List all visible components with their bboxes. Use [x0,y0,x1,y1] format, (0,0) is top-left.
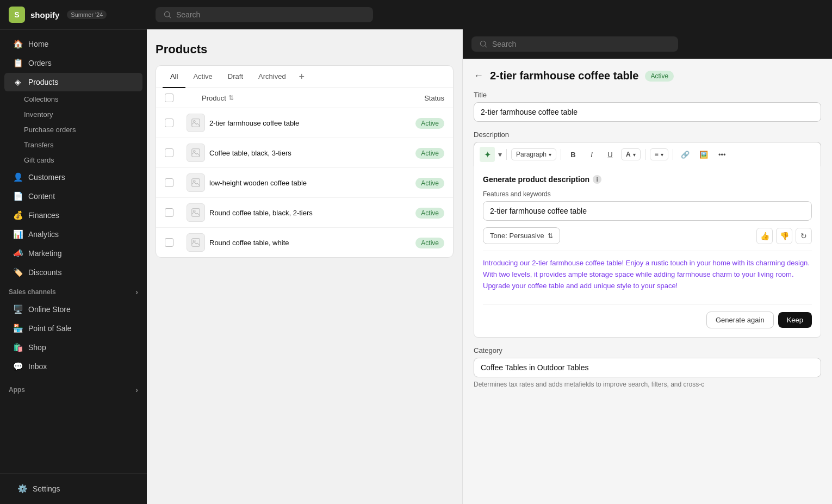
align-dropdown[interactable]: ≡ ▾ [650,148,668,160]
row-checkbox[interactable] [165,148,173,157]
sidebar: S shopify Summer '24 🏠 Home 📋 Orders ◈ P… [0,0,147,504]
row-checkbox[interactable] [165,238,173,247]
pos-icon: 🏪 [13,323,23,333]
detail-product-title: 2-tier farmhouse coffee table [490,70,638,82]
apps-header: Apps › [0,380,147,397]
tabs-bar: All Active Draft Archived + [156,66,453,88]
tab-all[interactable]: All [163,66,185,88]
sidebar-item-analytics[interactable]: 📊 Analytics [4,225,142,244]
row-checkbox[interactable] [165,208,173,217]
sidebar-item-label: Settings [33,484,60,493]
svg-rect-2 [192,119,200,127]
tone-dropdown[interactable]: Tone: Persuasive ⇅ [483,227,560,244]
sidebar-item-online-store[interactable]: 🖥️ Online Store [4,300,142,319]
font-color-dropdown[interactable]: A ▾ [621,148,641,160]
customers-icon: 👤 [13,172,23,182]
info-icon[interactable]: i [593,175,601,184]
search-box[interactable]: Search [156,7,373,22]
image-placeholder-icon [191,238,201,247]
link-button[interactable]: 🔗 [678,147,693,162]
sidebar-item-label: Analytics [28,230,59,239]
sidebar-item-settings[interactable]: ⚙️ Settings [9,480,138,498]
products-card: All Active Draft Archived + Product ⇅ St [156,65,454,258]
sidebar-item-purchase-orders[interactable]: Purchase orders [24,122,142,137]
sidebar-item-transfers[interactable]: Transfers [24,138,142,152]
bold-button[interactable]: B [566,147,581,162]
thumbs-down-button[interactable]: 👎 [776,228,792,244]
sidebar-item-label: Customers [28,173,65,182]
refresh-button[interactable]: ↻ [796,228,812,244]
tab-archived[interactable]: Archived [251,66,294,88]
toolbar-divider [673,149,673,160]
table-row[interactable]: Round coffee table, white Active [156,228,453,257]
product-name: low-height wooden coffee table [209,179,390,187]
analytics-icon: 📊 [13,229,23,239]
sidebar-item-label: Content [28,192,55,201]
generate-again-button[interactable]: Generate again [706,312,774,328]
ai-actions: Generate again Keep [483,304,812,328]
finances-icon: 💰 [13,210,23,220]
sidebar-item-home[interactable]: 🏠 Home [4,35,142,53]
sidebar-item-collections[interactable]: Collections [24,92,142,107]
paragraph-dropdown[interactable]: Paragraph ▾ [511,148,556,160]
category-input[interactable] [474,358,821,377]
category-field-group: Category Determines tax rates and adds m… [474,346,821,388]
detail-status-badge: Active [645,71,674,82]
discounts-icon: 🏷️ [13,267,23,277]
image-button[interactable]: 🖼️ [696,147,711,162]
detail-content: Title Description ✦ ▾ Paragraph ▾ [463,91,832,408]
more-button[interactable]: ••• [715,147,730,162]
sidebar-item-customers[interactable]: 👤 Customers [4,168,142,186]
sidebar-item-inventory[interactable]: Inventory [24,107,142,122]
sidebar-header: S shopify Summer '24 [0,0,147,30]
sidebar-item-inbox[interactable]: 💬 Inbox [4,357,142,376]
sidebar-item-gift-cards[interactable]: Gift cards [24,153,142,167]
product-thumbnail [187,233,205,252]
underline-button[interactable]: U [603,147,618,162]
sidebar-item-label: Finances [28,211,59,220]
title-field-label: Title [474,91,821,99]
select-all-checkbox[interactable] [165,94,173,102]
col-status-header: Status [390,94,444,102]
thumbs-up-button[interactable]: 👍 [756,228,773,244]
sidebar-item-marketing[interactable]: 📣 Marketing [4,244,142,263]
detail-search-placeholder: Search [492,40,516,48]
row-checkbox[interactable] [165,178,173,187]
search-icon [163,10,172,19]
table-row[interactable]: Coffee table, black, 3-tiers Active [156,138,453,168]
back-button[interactable]: ← [474,70,483,82]
brand-name: shopify [30,10,59,20]
detail-search-box[interactable]: Search [471,36,678,52]
product-thumbnail [187,144,205,162]
apps-expand-icon[interactable]: › [135,385,138,394]
sidebar-item-content[interactable]: 📄 Content [4,187,142,206]
svg-rect-8 [192,209,200,216]
expand-icon[interactable]: › [135,288,138,296]
features-input[interactable] [483,201,812,221]
sidebar-item-products[interactable]: ◈ Products [4,73,142,91]
tab-active[interactable]: Active [185,66,220,88]
title-field-group: Title [474,91,821,122]
tab-add-button[interactable]: + [294,67,311,87]
sidebar-item-finances[interactable]: 💰 Finances [4,206,142,225]
col-product-header: Product ⇅ [202,94,390,102]
main-area: Search Products All Active Draft Archive… [147,0,832,504]
table-row[interactable]: Round coffee table, black, 2-tiers Activ… [156,198,453,228]
table-row[interactable]: low-height wooden coffee table Active [156,168,453,198]
sidebar-item-discounts[interactable]: 🏷️ Discounts [4,263,142,282]
online-store-icon: 🖥️ [13,304,23,314]
ai-toolbar-btn[interactable]: ✦ [480,147,495,162]
sidebar-item-shop[interactable]: 🛍️ Shop [4,338,142,357]
sidebar-item-label: Point of Sale [28,324,71,333]
table-row[interactable]: 2-tier farmhouse coffee table Active [156,108,453,138]
italic-button[interactable]: I [584,147,599,162]
sidebar-item-orders[interactable]: 📋 Orders [4,54,142,72]
tab-draft[interactable]: Draft [220,66,251,88]
title-input[interactable] [474,102,821,122]
inbox-icon: 💬 [13,362,23,371]
sidebar-item-label: Online Store [28,305,71,314]
row-checkbox[interactable] [165,119,173,127]
sidebar-item-pos[interactable]: 🏪 Point of Sale [4,319,142,338]
keep-button[interactable]: Keep [778,312,812,328]
svg-rect-10 [192,239,200,246]
